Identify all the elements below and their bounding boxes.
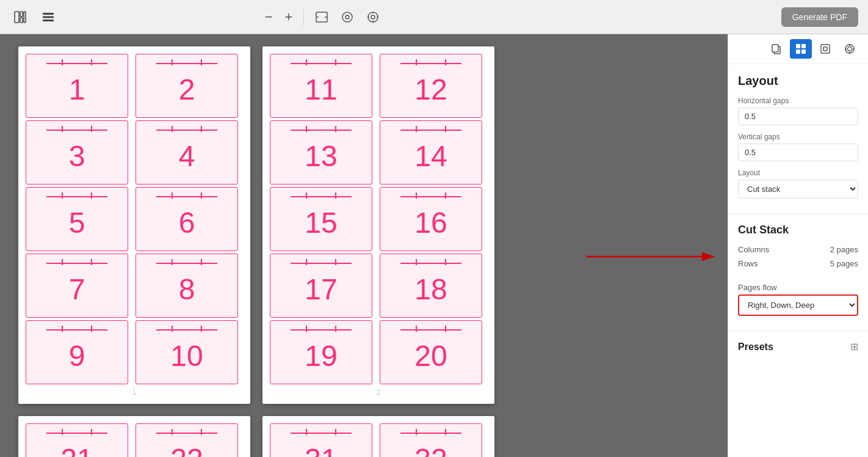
cell-number: 4 — [179, 142, 195, 171]
tick-left — [416, 326, 417, 332]
tick-left — [416, 59, 417, 65]
cell-number: 13 — [305, 142, 337, 171]
fit-all-btn[interactable] — [363, 7, 383, 27]
cell-10: 10 — [136, 320, 238, 384]
columns-row: Columns 2 pages — [738, 245, 858, 254]
cell-number: 1 — [69, 75, 85, 104]
grid-panel-btn[interactable] — [790, 39, 812, 59]
cell-line — [156, 196, 217, 197]
pages-flow-section: Pages flow Right, Down, Deep Down, Right… — [728, 283, 868, 326]
cut-stack-section: Cut Stack Columns 2 pages Rows 5 pages — [728, 224, 868, 283]
zoom-out-btn[interactable]: − — [261, 5, 277, 29]
page-sheet-4: 31 32 — [262, 416, 494, 457]
tick-left — [306, 259, 307, 265]
cell-19: 19 — [270, 320, 372, 384]
tick-left — [62, 326, 63, 332]
cell-line — [46, 263, 107, 264]
cell-number: 22 — [170, 445, 203, 458]
tick-right — [201, 126, 202, 132]
rows-label: Rows — [738, 259, 758, 268]
cell-line — [46, 329, 107, 331]
cell-line — [291, 130, 352, 131]
sidebar-toggle-btn[interactable] — [38, 7, 59, 27]
tick-left — [62, 192, 63, 199]
cell-line — [46, 433, 107, 434]
cell-line — [400, 196, 461, 197]
layout-toggle-btn[interactable] — [10, 7, 31, 27]
page-sheet-3: 21 22 — [18, 416, 250, 457]
cells-grid-2: 11 12 13 — [270, 54, 487, 384]
presets-title: Presets — [738, 342, 773, 353]
cell-number: 31 — [305, 445, 337, 458]
cell-number: 2 — [179, 75, 195, 104]
tick-right — [335, 59, 336, 65]
horizontal-gaps-input[interactable] — [738, 108, 858, 125]
tick-right — [335, 192, 336, 199]
cell-9: 9 — [26, 320, 128, 384]
tick-right — [445, 192, 446, 199]
tick-right — [445, 429, 446, 435]
tick-left — [306, 192, 307, 199]
target-panel-btn[interactable] — [839, 39, 861, 59]
layout-select[interactable]: Cut stack Rows pages Pages flow — [738, 180, 858, 199]
cell-line — [400, 433, 461, 434]
cell-line — [156, 130, 217, 131]
cell-number: 8 — [179, 275, 195, 304]
cell-number: 32 — [414, 445, 447, 458]
canvas[interactable]: 1 2 3 — [0, 34, 728, 457]
cell-14: 14 — [380, 120, 482, 185]
tick-right — [91, 326, 92, 332]
cell-22: 22 — [136, 423, 238, 457]
copy-panel-btn[interactable] — [765, 39, 787, 59]
svg-rect-2 — [20, 18, 23, 23]
cell-number: 19 — [305, 342, 337, 371]
rows-row: Rows 5 pages — [738, 259, 858, 268]
generate-pdf-btn[interactable]: Generate PDF — [781, 7, 858, 27]
cell-16: 16 — [380, 187, 482, 251]
vertical-gaps-label: Vertical gaps — [738, 133, 858, 141]
tick-left — [172, 192, 173, 199]
cell-15: 15 — [270, 187, 372, 251]
cell-line — [156, 433, 217, 434]
svg-rect-27 — [823, 47, 827, 51]
layout-section: Layout Horizontal gaps Vertical gaps Lay… — [728, 64, 868, 211]
fit-page-btn[interactable] — [337, 7, 358, 27]
cell-line — [291, 196, 352, 197]
page-sheet-1: 1 2 3 — [18, 46, 250, 404]
page-label-2: 2 — [270, 388, 487, 397]
cell-21: 21 — [26, 423, 128, 457]
tick-left — [416, 429, 417, 435]
tick-left — [306, 126, 307, 132]
frame-panel-btn[interactable] — [814, 39, 836, 59]
cells-grid-3: 21 22 — [26, 423, 243, 457]
cell-line — [291, 63, 352, 64]
tick-right — [91, 429, 92, 435]
tick-left — [62, 429, 63, 435]
cell-11: 11 — [270, 54, 372, 118]
tick-left — [172, 59, 173, 65]
pages-flow-select-wrapper: Right, Down, Deep Down, Right, Deep Righ… — [738, 294, 858, 316]
cut-stack-title: Cut Stack — [738, 224, 858, 236]
tick-left — [62, 126, 63, 132]
cell-line — [400, 130, 461, 131]
svg-point-11 — [345, 15, 349, 19]
cell-5: 5 — [26, 187, 128, 251]
vertical-gaps-input[interactable] — [738, 144, 858, 161]
layout-label: Layout — [738, 169, 858, 177]
svg-rect-25 — [801, 49, 806, 54]
tick-right — [445, 259, 446, 265]
cell-line — [400, 263, 461, 264]
tick-right — [201, 59, 202, 65]
cell-number: 20 — [414, 342, 447, 371]
zoom-in-btn[interactable]: + — [281, 5, 297, 29]
cells-grid-4: 31 32 — [270, 423, 487, 457]
tick-left — [172, 429, 173, 435]
svg-point-28 — [845, 45, 854, 53]
presets-grid-icon[interactable]: ⊞ — [850, 341, 858, 353]
tick-left — [62, 259, 63, 265]
cell-2: 2 — [136, 54, 238, 118]
panel-divider — [728, 213, 868, 214]
pages-flow-select[interactable]: Right, Down, Deep Down, Right, Deep Righ… — [739, 296, 857, 315]
cell-number: 9 — [69, 342, 85, 371]
fit-width-btn[interactable] — [311, 8, 332, 26]
